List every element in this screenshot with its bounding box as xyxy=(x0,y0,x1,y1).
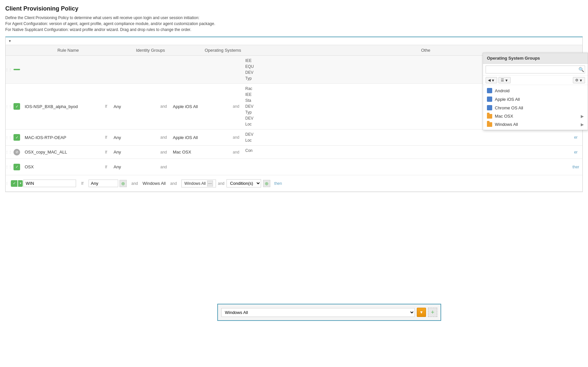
row-if-label: If xyxy=(101,159,111,175)
action-link[interactable]: ther xyxy=(573,165,579,169)
identity-value: Any xyxy=(114,164,121,169)
rule-name-cell xyxy=(22,180,77,187)
os-group-item-android[interactable]: Android xyxy=(483,86,588,95)
page-title: Client Provisioning Policy xyxy=(5,5,583,12)
row-name xyxy=(22,56,101,83)
status-bar xyxy=(13,69,20,70)
action-link[interactable]: then xyxy=(274,181,282,186)
status-enabled-icon: ✓ xyxy=(13,103,20,110)
row-and2 xyxy=(229,56,243,83)
row-other: DEVLoc xyxy=(243,129,569,145)
rule-name-input[interactable] xyxy=(23,180,76,187)
row-name: OSX xyxy=(22,159,101,175)
condition-cell: Windows All — and Condition(s) ⊕ xyxy=(180,179,272,187)
drag-handle[interactable]: ⋮⋮ xyxy=(6,84,12,129)
drag-handle[interactable]: ⋮⋮ xyxy=(6,129,12,145)
row-status[interactable]: ✓ ▼ xyxy=(12,180,22,187)
os-groups-popup: Operating System Groups 🔍 ◀ ▼ ☰ ▼ ⚙ ▼ An… xyxy=(483,53,588,130)
status-disabled-icon: ⊘ xyxy=(13,149,20,155)
os-group-item-chrome-os[interactable]: Chrome OS All xyxy=(483,103,588,112)
desc-line1: Define the Client Provisioning Policy to… xyxy=(5,15,200,20)
row-other xyxy=(243,159,569,175)
row-status[interactable]: ⊘ xyxy=(12,146,22,158)
os-group-item-mac-osx[interactable]: Mac OSX ▶ xyxy=(483,112,588,120)
filter-row: ▼ xyxy=(6,37,582,45)
row-if xyxy=(101,56,111,83)
drag-handle[interactable]: ⋮⋮ xyxy=(6,159,12,175)
os-value: Mac OSX xyxy=(173,150,191,155)
os-groups-search: 🔍 xyxy=(483,64,588,76)
filter-triangle-icon[interactable]: ▼ xyxy=(8,39,12,43)
win-os-popup: Windows All ▼ + xyxy=(217,304,441,321)
page-container: Client Provisioning Policy Define the Cl… xyxy=(0,0,588,367)
row-status[interactable]: ✓ xyxy=(12,84,22,129)
row-status xyxy=(12,56,22,83)
table-row: ⋮⋮ ⊘ OSX_copy_MAC_ALL If Any and Mac OSX… xyxy=(6,146,582,159)
back-dropdown-icon: ▼ xyxy=(491,78,495,82)
row-action[interactable]: ther xyxy=(569,159,582,175)
row-action[interactable]: er xyxy=(569,129,582,145)
rule-name-text: MAC-IOS-RTP-OEAP xyxy=(25,135,66,140)
status-enabled-icon: ✓ xyxy=(13,164,20,170)
row-status[interactable]: ✓ xyxy=(12,159,22,175)
rule-name-text: OSX_copy_MAC_ALL xyxy=(25,150,67,155)
os-group-label: Mac OSX xyxy=(495,114,578,119)
row-and-label: and xyxy=(157,129,170,145)
page-description: Define the Client Provisioning Policy to… xyxy=(5,15,583,33)
row-action[interactable]: then xyxy=(272,181,285,186)
and-label: and xyxy=(128,181,141,186)
row-os xyxy=(170,56,229,83)
os-group-item-windows-all[interactable]: Windows All ▶ xyxy=(483,120,588,128)
row-and2-label: and xyxy=(229,146,243,158)
os-search-input[interactable] xyxy=(486,66,585,73)
win-table-row: ⋮⋮ ✓ ▼ If ⊕ and Windows All and xyxy=(6,175,582,192)
os-group-item-apple-ios[interactable]: Apple iOS All xyxy=(483,95,588,103)
plus-icon: + xyxy=(431,309,435,316)
os-tag-label: Windows All xyxy=(184,181,206,186)
os-tag: Windows All — xyxy=(181,180,216,187)
win-os-select[interactable]: Windows All xyxy=(221,308,415,317)
row-and2-label: and xyxy=(229,129,243,145)
row-if-label: If xyxy=(77,181,87,186)
status-check-dropdown[interactable]: ✓ ▼ xyxy=(11,180,23,187)
action-link[interactable]: er xyxy=(574,150,578,155)
table-row: ⋮⋮ ✓ MAC-IOS-RTP-OEAP If Any and Apple i… xyxy=(6,129,582,146)
row-os: Apple iOS All xyxy=(170,84,229,129)
drag-handle[interactable]: ⋮⋮ xyxy=(6,56,12,83)
action-link[interactable]: er xyxy=(574,135,578,140)
condition-and-label: and xyxy=(218,181,225,186)
win-orange-dropdown-btn[interactable]: ▼ xyxy=(417,308,426,317)
os-blue-icon xyxy=(487,105,492,110)
os-remove-btn[interactable]: — xyxy=(207,181,213,186)
gear-btn[interactable]: ⚙ ▼ xyxy=(573,77,585,83)
row-os xyxy=(170,159,229,175)
row-identity: Any xyxy=(111,159,157,175)
os-folder-icon xyxy=(487,114,492,119)
drag-handle[interactable]: ⋮⋮ xyxy=(6,146,12,158)
win-plus-btn[interactable]: + xyxy=(428,308,437,317)
identity-value: Any xyxy=(114,150,121,155)
col-os: Operating Systems xyxy=(190,45,256,55)
row-name: MAC-IOS-RTP-OEAP xyxy=(22,129,101,145)
os-group-label: Apple iOS All xyxy=(495,97,584,102)
row-and-label: and xyxy=(157,146,170,158)
row-name: OSX_copy_MAC_ALL xyxy=(22,146,101,158)
os-value: Apple iOS All xyxy=(173,135,198,140)
condition-plus-btn[interactable]: ⊕ xyxy=(263,180,270,187)
identity-input[interactable] xyxy=(89,180,118,187)
condition-select[interactable]: Condition(s) xyxy=(227,179,261,187)
desc-line3: For Native Supplicant Configuration: wiz… xyxy=(5,27,191,32)
row-os: Apple iOS All xyxy=(170,129,229,145)
os-folder-icon xyxy=(487,122,492,127)
row-action[interactable]: er xyxy=(569,146,582,158)
row-if-label: If xyxy=(101,129,111,145)
row-and-label: and xyxy=(157,159,170,175)
os-group-label: Windows All xyxy=(495,122,578,127)
list-dropdown-icon: ▼ xyxy=(505,78,508,82)
identity-value: Any xyxy=(114,104,121,109)
identity-plus-btn[interactable]: ⊕ xyxy=(120,180,127,187)
list-btn[interactable]: ☰ ▼ xyxy=(498,77,511,83)
win-popup-row: Windows All ▼ + xyxy=(221,308,437,317)
row-status[interactable]: ✓ xyxy=(12,129,22,145)
back-btn[interactable]: ◀ ▼ xyxy=(486,77,497,83)
